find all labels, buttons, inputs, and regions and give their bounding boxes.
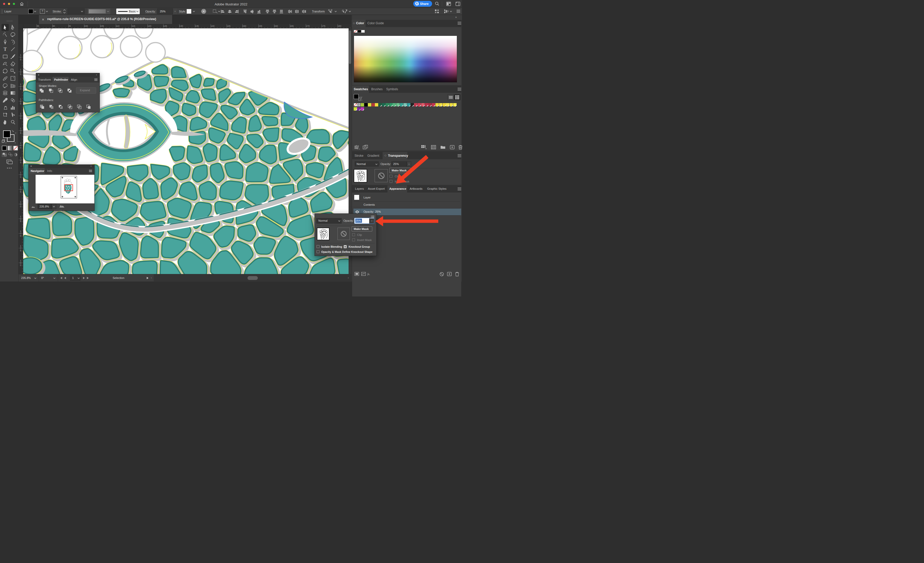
svg-text:T: T [4, 46, 7, 52]
svg-text:?: ? [361, 99, 363, 101]
svg-text:?: ? [14, 142, 16, 144]
svg-text:?: ? [361, 96, 363, 99]
svg-text:?: ? [15, 132, 16, 135]
svg-text:?: ? [358, 99, 360, 101]
svg-text:?: ? [5, 142, 6, 144]
